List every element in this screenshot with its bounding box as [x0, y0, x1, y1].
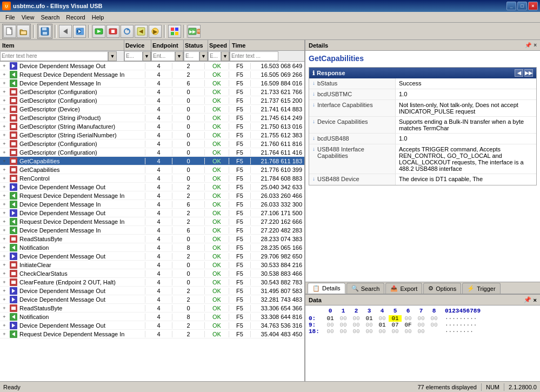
table-row[interactable]: + RenControl 4 0 OK F5 21.784 608 883 [0, 174, 304, 183]
row-expand-icon[interactable]: + [0, 98, 9, 103]
minimize-button[interactable]: _ [506, 2, 516, 10]
row-expand-icon[interactable]: + [0, 107, 9, 112]
filter-device-input[interactable] [124, 51, 143, 61]
row-expand-icon[interactable]: + [0, 314, 9, 320]
row-expand-icon[interactable]: + [0, 89, 9, 95]
toolbar-prev-button[interactable]: ◀ [135, 25, 148, 38]
section-next-button[interactable]: ▶▶ [524, 69, 533, 77]
filter-endpoint-button[interactable]: ▼ [175, 51, 183, 61]
data-close-icon[interactable]: × [534, 297, 537, 303]
table-row[interactable]: + Device Dependent Message In 4 6 OK F5 … [0, 200, 304, 209]
row-expand-icon[interactable]: + [0, 271, 9, 276]
row-expand-icon[interactable]: + [0, 228, 9, 233]
table-row[interactable]: + Device Dependent Message Out 4 2 OK F5… [0, 62, 304, 70]
toolbar-new-button[interactable] [3, 25, 16, 38]
table-row[interactable]: + Request Device Dependent Message In 4 … [0, 330, 304, 338]
toolbar-next-button[interactable]: ▶ [149, 25, 162, 38]
row-expand-icon[interactable]: + [0, 280, 9, 285]
row-expand-icon[interactable]: + [0, 210, 9, 216]
filter-time-input[interactable] [230, 51, 278, 61]
table-row[interactable]: + Request Device Dependent Message In 4 … [0, 191, 304, 200]
toolbar-stop-button[interactable] [106, 25, 119, 38]
table-row[interactable]: + Device Dependent Message Out 4 2 OK F5… [0, 287, 304, 295]
row-expand-icon[interactable]: + [0, 124, 9, 129]
tab-details[interactable]: 📋 Details [308, 283, 345, 294]
table-row[interactable]: + GetCapabilities 4 0 OK F5 21.776 610 3… [0, 165, 304, 174]
table-row[interactable]: + GetDescriptor (String iProduct) 4 0 OK… [0, 114, 304, 122]
row-expand-icon[interactable]: + [0, 236, 9, 242]
table-row[interactable]: + Notification 4 8 OK F5 33.308 644 816 [0, 313, 304, 321]
menu-record[interactable]: Record [63, 13, 88, 22]
row-expand-icon[interactable]: + [0, 297, 9, 302]
filter-device-button[interactable]: ▼ [143, 51, 151, 61]
table-row[interactable]: + Request Device Dependent Message In 4 … [0, 70, 304, 79]
toolbar-color-button[interactable] [168, 25, 181, 38]
table-row[interactable]: + InitiateClear 4 0 OK F5 30.533 884 216 [0, 261, 304, 269]
row-expand-icon[interactable]: + [0, 167, 9, 172]
row-expand-icon[interactable]: + [0, 141, 9, 147]
row-expand-icon[interactable]: + [0, 158, 9, 164]
table-row[interactable]: + Request Device Dependent Message In 4 … [0, 217, 304, 226]
filter-speed-button[interactable]: ▼ [221, 51, 229, 61]
row-expand-icon[interactable]: + [0, 115, 9, 121]
menu-view[interactable]: View [18, 13, 38, 22]
row-expand-icon[interactable]: + [0, 245, 9, 250]
table-row[interactable]: + Device Dependent Message Out 4 2 OK F5… [0, 321, 304, 330]
filter-status-button[interactable]: ▼ [199, 51, 208, 61]
close-button[interactable]: × [528, 2, 538, 10]
maximize-button[interactable]: □ [517, 2, 527, 10]
table-row[interactable]: + GetDescriptor (Configuration) 4 0 OK F… [0, 88, 304, 96]
tab-export[interactable]: 📤 Export [385, 283, 422, 294]
section-prev-button[interactable]: ◀ [515, 69, 523, 77]
row-expand-icon[interactable]: + [0, 331, 9, 337]
data-pin-icon[interactable]: 📌 [524, 296, 531, 303]
row-expand-icon[interactable]: + [0, 72, 9, 77]
table-body[interactable]: + Device Dependent Message Out 4 2 OK F5… [0, 62, 304, 381]
table-row[interactable]: + GetDescriptor (String iSerialNumber) 4… [0, 131, 304, 139]
toolbar-save-button[interactable] [38, 25, 51, 38]
filter-speed-input[interactable] [208, 51, 221, 61]
toolbar-start-button[interactable] [92, 25, 105, 38]
table-row[interactable]: + GetDescriptor (String iManufacturer) 4… [0, 122, 304, 131]
row-expand-icon[interactable]: + [0, 81, 9, 86]
menu-file[interactable]: File [2, 13, 18, 22]
table-row[interactable]: + GetDescriptor (Configuration) 4 0 OK F… [0, 148, 304, 157]
table-row[interactable]: + Device Dependent Message Out 4 2 OK F5… [0, 252, 304, 261]
table-row[interactable]: + Notification 4 8 OK F5 28.235 065 166 [0, 243, 304, 252]
toolbar-refresh-button[interactable] [121, 25, 134, 38]
row-expand-icon[interactable]: + [0, 305, 9, 311]
menu-help[interactable]: Help [89, 13, 108, 22]
table-row[interactable]: + Device Dependent Message Out 4 2 OK F5… [0, 209, 304, 217]
row-expand-icon[interactable]: + [0, 150, 9, 155]
row-expand-icon[interactable]: + [0, 184, 9, 190]
table-row[interactable]: + GetDescriptor (Configuration) 4 0 OK F… [0, 139, 304, 148]
table-row[interactable]: + ReadStatusByte 4 0 OK F5 33.306 654 36… [0, 304, 304, 313]
row-expand-icon[interactable]: + [0, 323, 9, 328]
table-row[interactable]: + Device Dependent Message In 4 6 OK F5 … [0, 79, 304, 88]
close-details-icon[interactable]: × [534, 42, 537, 48]
tab-search[interactable]: 🔍 Search [346, 283, 385, 294]
tab-trigger[interactable]: ⚡ Trigger [462, 283, 500, 294]
row-expand-icon[interactable]: + [0, 288, 9, 294]
filter-status-input[interactable] [184, 51, 199, 61]
row-expand-icon[interactable]: + [0, 202, 9, 207]
table-row[interactable]: + GetDescriptor (Device) 4 0 OK F5 21.74… [0, 105, 304, 114]
row-expand-icon[interactable]: + [0, 254, 9, 259]
toolbar-replay-button[interactable] [73, 25, 86, 38]
row-expand-icon[interactable]: + [0, 193, 9, 198]
table-row[interactable]: + ClearFeature (Endpoint 2 OUT, Halt) 4 … [0, 278, 304, 287]
table-row[interactable]: + GetDescriptor (Configuration) 4 0 OK F… [0, 96, 304, 105]
toolbar-reset-button[interactable]: ▶▶RST [188, 25, 201, 38]
table-row[interactable]: + CheckClearStatus 4 0 OK F5 30.538 883 … [0, 269, 304, 278]
filter-item-input[interactable] [0, 51, 108, 61]
filter-endpoint-input[interactable] [151, 51, 175, 61]
title-bar-buttons[interactable]: _ □ × [506, 2, 538, 10]
row-expand-icon[interactable]: + [0, 262, 9, 268]
toolbar-open-button[interactable] [17, 25, 30, 38]
row-expand-icon[interactable]: + [0, 63, 9, 69]
table-row[interactable]: + Device Dependent Message Out 4 2 OK F5… [0, 183, 304, 191]
table-row[interactable]: + GetCapabilities 4 0 OK F5 21.768 611 1… [0, 157, 304, 165]
menu-search[interactable]: Search [37, 13, 63, 22]
table-row[interactable]: + Device Dependent Message In 4 6 OK F5 … [0, 226, 304, 235]
filter-item-button[interactable]: ▼ [108, 51, 117, 61]
